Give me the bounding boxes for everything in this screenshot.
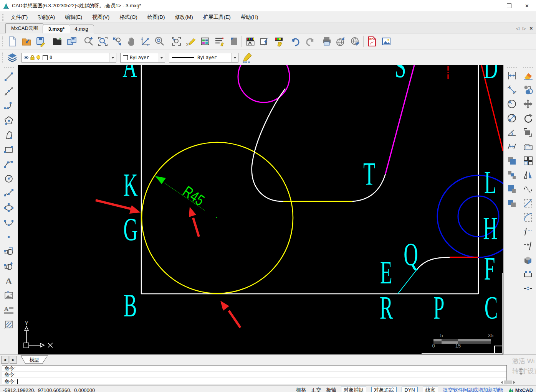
menu-编辑E[interactable]: 编辑(E): [60, 13, 87, 22]
model-tab[interactable]: 模型: [19, 355, 49, 364]
command-window[interactable]: 命令: 命令: 命令:: [2, 365, 507, 384]
copy-clip-button[interactable]: [505, 155, 519, 166]
trim-button[interactable]: [521, 226, 535, 237]
polygon-button[interactable]: [2, 113, 16, 128]
scroll-down-icon[interactable]: [519, 373, 523, 375]
dim-continue-button[interactable]: [505, 140, 519, 152]
layout-next-button[interactable]: ▶: [10, 356, 17, 364]
text-button[interactable]: A: [2, 273, 16, 288]
dim-aligned-button[interactable]: [505, 84, 519, 96]
extend-button[interactable]: [521, 240, 535, 252]
zoom-window-button[interactable]: [96, 35, 110, 48]
print-button[interactable]: [319, 35, 334, 48]
scroll-up-icon[interactable]: [519, 367, 523, 370]
page-setup-button[interactable]: [226, 35, 240, 48]
status-toggle-栅格[interactable]: 栅格: [296, 387, 306, 392]
explode-button[interactable]: [521, 254, 535, 266]
array-button[interactable]: [521, 155, 535, 166]
drawing-canvas[interactable]: R45 5 35 0 15: [18, 65, 503, 354]
arc-button[interactable]: [2, 157, 16, 171]
save-button[interactable]: [33, 35, 48, 48]
raster-image-button[interactable]: [2, 288, 16, 303]
draw-properties-button[interactable]: [240, 51, 254, 64]
scrollbar-thumb[interactable]: [504, 380, 512, 384]
minimize-button[interactable]: [482, 0, 500, 12]
document-tab-3.mxg*[interactable]: 3.mxg*: [43, 25, 71, 33]
zoom-object-button[interactable]: [152, 35, 167, 48]
menu-格式O[interactable]: 格式(O): [114, 13, 142, 22]
status-toggle-DYN[interactable]: DYN: [402, 387, 417, 392]
web-publish-button[interactable]: [334, 35, 348, 48]
pan-button[interactable]: [124, 35, 138, 48]
new-file-button[interactable]: [5, 35, 19, 48]
menu-帮助H[interactable]: 帮助(H): [236, 13, 263, 22]
color-combo-arrow[interactable]: [158, 53, 165, 62]
fillet-button[interactable]: [521, 211, 535, 223]
layout-prev-button[interactable]: ◀: [1, 356, 8, 364]
linetype-manager-button[interactable]: [212, 35, 226, 48]
linetype-combo-arrow[interactable]: [231, 53, 238, 62]
stretch-button[interactable]: [521, 268, 535, 280]
close-button[interactable]: ✕: [518, 0, 536, 12]
offset-button[interactable]: [521, 140, 535, 152]
paste-clip-button[interactable]: [505, 183, 519, 195]
menu-文件F[interactable]: 文件(F): [6, 13, 33, 22]
status-toggle-对象捕捉[interactable]: 对象捕捉: [341, 387, 366, 392]
point-button[interactable]: [2, 230, 16, 244]
redo-button[interactable]: [303, 35, 317, 48]
ucs-axes-button[interactable]: [138, 35, 152, 48]
layer-manager-button[interactable]: [243, 35, 257, 48]
command-scrollbar[interactable]: [519, 367, 523, 375]
dim-linear-button[interactable]: [505, 69, 519, 81]
open-file-button[interactable]: [50, 35, 65, 48]
color-palette-button[interactable]: [198, 35, 212, 48]
feedback-link[interactable]: 提交软件问题或增加新功能: [443, 387, 503, 392]
zoom-previous-button[interactable]: [169, 35, 184, 48]
zoom-dynamic-button[interactable]: [81, 35, 96, 48]
draw-style-button[interactable]: 2: [184, 35, 198, 48]
dim-radius-button[interactable]: [505, 98, 519, 110]
color-combo[interactable]: ByLayer: [120, 53, 165, 63]
paste-as-block-button[interactable]: [505, 197, 519, 209]
hatch-button[interactable]: [2, 317, 16, 332]
layer-tools-button[interactable]: [271, 35, 286, 48]
linetype-combo[interactable]: ByLayer: [169, 53, 238, 63]
circle-button[interactable]: [2, 171, 16, 186]
status-toggle-极轴[interactable]: 极轴: [326, 387, 336, 392]
zoom-extents-button[interactable]: [110, 35, 124, 48]
spline-button[interactable]: [2, 186, 16, 201]
export-pdf-button[interactable]: PDF: [365, 35, 379, 48]
chamfer-button[interactable]: [521, 197, 535, 209]
freehand-polygon-button[interactable]: [2, 128, 16, 142]
command-hscrollbar[interactable]: [501, 380, 526, 385]
menu-扩展工具E[interactable]: 扩展工具(E): [198, 13, 236, 22]
web-open-button[interactable]: [348, 35, 362, 48]
spline-fit-button[interactable]: [521, 183, 535, 195]
ellipse-arc-button[interactable]: [2, 215, 16, 230]
status-toggle-线宽[interactable]: 线宽: [423, 387, 438, 392]
undo-button[interactable]: [288, 35, 303, 48]
move-button[interactable]: [521, 98, 535, 110]
status-toggle-正交[interactable]: 正交: [311, 387, 321, 392]
command-input-line[interactable]: 命令:: [2, 378, 506, 385]
line-button[interactable]: [2, 69, 16, 84]
menu-功能A[interactable]: 功能(A): [33, 13, 60, 22]
block-define-button[interactable]: [2, 259, 16, 273]
maximize-button[interactable]: [500, 0, 518, 12]
quick-select-button[interactable]: [257, 35, 271, 48]
mirror-button[interactable]: [521, 169, 535, 181]
join-button[interactable]: [521, 282, 535, 294]
layer-combo-arrow[interactable]: [109, 53, 116, 62]
polyline-button[interactable]: [2, 99, 16, 113]
menu-修改M[interactable]: 修改(M): [170, 13, 198, 22]
rectangle-button[interactable]: [2, 142, 16, 157]
tab-scroll-right-icon[interactable]: ▷: [523, 26, 526, 31]
scroll-left-icon[interactable]: [501, 381, 503, 384]
document-tab-MxCAD云图[interactable]: MxCAD云图: [5, 23, 44, 33]
dim-diameter-button[interactable]: [505, 112, 519, 124]
scroll-right-icon[interactable]: [513, 381, 515, 384]
copy-button[interactable]: [521, 84, 535, 96]
save-as-button[interactable]: [65, 35, 79, 48]
erase-button[interactable]: [521, 69, 535, 81]
scale-button[interactable]: [521, 126, 535, 138]
